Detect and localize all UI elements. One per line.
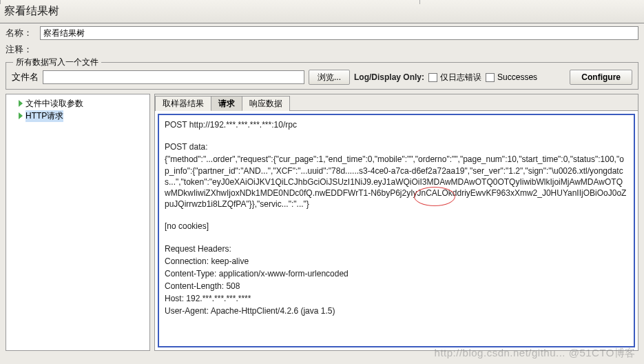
header-line: Content-Length: 508 xyxy=(165,281,628,292)
success-icon xyxy=(19,112,23,119)
tab-response-data[interactable]: 响应数据 xyxy=(242,96,290,111)
header-line: Connection: keep-alive xyxy=(165,256,628,267)
success-icon xyxy=(19,100,23,107)
no-cookies: [no cookies] xyxy=(165,221,628,232)
request-line: POST http://192.***.***.***.***:10/rpc xyxy=(165,119,628,130)
filename-input[interactable] xyxy=(43,70,304,84)
comment-label: 注释： xyxy=(6,43,40,56)
headers-label: Request Headers: xyxy=(165,243,628,254)
tabs: 取样器结果 请求 响应数据 xyxy=(155,94,638,111)
detail-panel: 取样器结果 请求 响应数据 POST http://192.***.***.**… xyxy=(154,94,638,351)
file-output-legend: 所有数据写入一个文件 xyxy=(13,57,101,68)
checkbox-icon xyxy=(486,73,495,82)
title-text: 察看结果树 xyxy=(4,4,59,19)
configure-button[interactable]: Configure xyxy=(570,70,632,85)
tree-item-label: 文件中读取参数 xyxy=(25,98,83,110)
name-label: 名称： xyxy=(6,27,40,39)
errors-only-label: 仅日志错误 xyxy=(440,72,481,83)
file-output-fieldset: 所有数据写入一个文件 文件名 浏览... Log/Display Only: 仅… xyxy=(6,62,638,90)
tab-request[interactable]: 请求 xyxy=(211,96,242,111)
successes-checkbox[interactable]: Successes xyxy=(486,72,537,82)
watermark: http://blog.csdn.net/githu... @51CTO博客 xyxy=(435,347,636,360)
header-line: User-Agent: Apache-HttpClient/4.2.6 (jav… xyxy=(165,305,628,316)
request-view[interactable]: POST http://192.***.***.***.***:10/rpc P… xyxy=(158,114,635,347)
log-display-label: Log/Display Only: xyxy=(354,72,424,82)
errors-only-checkbox[interactable]: 仅日志错误 xyxy=(428,72,481,83)
result-tree[interactable]: 文件中读取参数 HTTP请求 xyxy=(6,94,150,351)
comment-display xyxy=(40,43,638,57)
name-input[interactable] xyxy=(40,26,638,40)
browse-button[interactable]: 浏览... xyxy=(309,70,350,85)
header-line: Host: 192.***.***.***.**** xyxy=(165,293,628,304)
post-body: {"method":"...order","request":{"cur_pag… xyxy=(165,154,628,210)
post-data-label: POST data: xyxy=(165,141,628,152)
tree-item[interactable]: HTTP请求 xyxy=(8,110,148,122)
checkbox-icon xyxy=(428,73,437,82)
successes-label: Successes xyxy=(497,72,537,82)
tree-item[interactable]: 文件中读取参数 xyxy=(8,97,148,110)
tab-sampler-result[interactable]: 取样器结果 xyxy=(155,96,211,111)
tree-item-label: HTTP请求 xyxy=(25,110,63,122)
header-line: Content-Type: application/x-www-form-url… xyxy=(165,268,628,279)
filename-label: 文件名 xyxy=(12,71,39,83)
